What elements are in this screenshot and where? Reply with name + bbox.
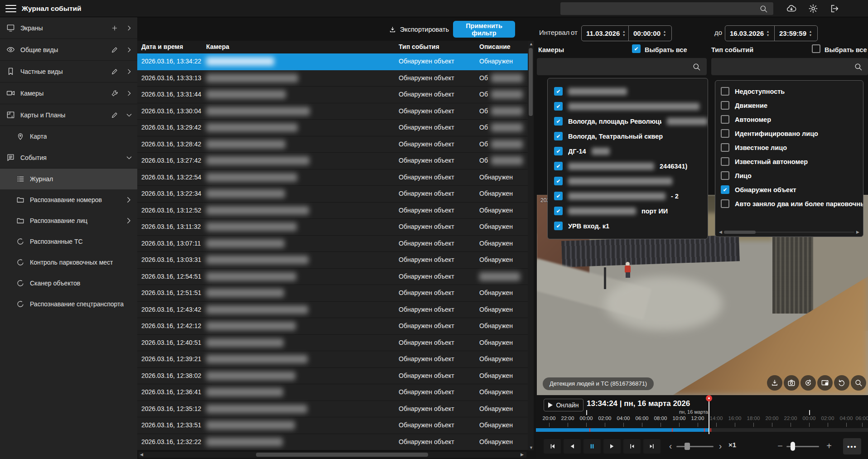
hamburger-menu-icon[interactable] [5, 5, 16, 12]
event-type-checkbox[interactable] [721, 199, 729, 208]
camera-list-item[interactable]: ДГ-14 [548, 144, 708, 159]
table-row[interactable]: 2026.03.16, 12:51:51Обнаружен объектОбна… [137, 285, 528, 302]
search-icon[interactable] [759, 5, 768, 13]
sidebar-item-журнал[interactable]: Журнал [0, 169, 137, 189]
sidebar-item-контроль-парковочных-мест[interactable]: Контроль парковочных мест [0, 252, 137, 273]
event-type-checkbox[interactable] [721, 185, 729, 194]
table-row[interactable]: 2026.03.16, 12:36:41Обнаружен объектОбна… [137, 384, 528, 401]
speed-slider-thumb[interactable] [685, 443, 690, 450]
event-type-checkbox[interactable] [721, 157, 729, 166]
chevron-right-icon[interactable] [125, 196, 133, 204]
screen-lock-icon[interactable] [817, 375, 833, 391]
scroll-right-icon[interactable]: ▶ [856, 230, 859, 234]
table-row[interactable]: 2026.03.16, 12:35:12Обнаружен объектОбна… [137, 401, 528, 418]
download-icon[interactable] [767, 375, 782, 391]
table-row[interactable]: 2026.03.16, 13:07:11Обнаружен объектОбна… [137, 236, 528, 252]
camera-list-item[interactable] [548, 174, 708, 188]
chevron-right-icon[interactable] [125, 217, 133, 225]
event-types-search-icon[interactable] [854, 63, 863, 71]
zoom-in-icon[interactable]: + [825, 439, 833, 454]
camera-checkbox[interactable] [554, 222, 563, 230]
chevron-right-icon[interactable] [125, 46, 133, 53]
camera-checkbox[interactable] [554, 132, 563, 140]
next-frame-button[interactable] [643, 439, 661, 454]
sidebar-item-карты-и-планы[interactable]: Карты и Планы [0, 104, 137, 126]
table-row[interactable]: 2026.03.16, 12:39:21Обнаружен объектОбна… [137, 351, 528, 368]
sidebar-item-распознавание-спецтранспорта[interactable]: Распознавание спецтранспорта [0, 294, 137, 314]
sidebar-item-сканер-объектов[interactable]: Сканер объектов [0, 273, 137, 294]
table-row[interactable]: 2026.03.16, 13:27:42Обнаружен объектОб [137, 153, 528, 169]
event-type-item[interactable]: Недоступность [715, 84, 863, 98]
column-header[interactable]: Камера [206, 43, 229, 50]
chevron-right-icon[interactable] [125, 68, 133, 75]
speed-slider[interactable] [676, 446, 714, 447]
table-row[interactable]: 2026.03.16, 12:32:22Обнаружен объектОбна… [137, 434, 528, 451]
sidebar-item-карта[interactable]: Карта [0, 126, 137, 147]
speed-decrease-icon[interactable]: ‹ [667, 439, 674, 454]
table-row[interactable]: 2026.03.16, 12:40:51Обнаружен объектОбна… [137, 335, 528, 352]
date-from-spinner[interactable]: ▴▾ [623, 30, 625, 37]
date-to-input[interactable]: 16.03.2026▴▾ [725, 25, 775, 41]
event-type-checkbox[interactable] [721, 87, 729, 96]
event-type-checkbox[interactable] [721, 129, 729, 138]
sidebar-item-экраны[interactable]: Экраны [0, 17, 137, 39]
event-types-select-all-checkbox[interactable] [812, 44, 820, 53]
sidebar-item-камеры[interactable]: Камеры [0, 82, 137, 104]
sidebar-item-распознанные-тс[interactable]: Распознанные ТС [0, 231, 137, 252]
sidebar-item-частные-виды[interactable]: Частные виды [0, 61, 137, 82]
scroll-right-icon[interactable]: ▶ [521, 453, 524, 457]
camera-checkbox[interactable] [554, 192, 563, 200]
cameras-search-icon[interactable] [692, 63, 701, 71]
camera-checkbox[interactable] [554, 207, 563, 215]
loop-icon[interactable] [834, 375, 849, 391]
recording-bar[interactable] [536, 428, 709, 432]
cameras-search-input[interactable] [537, 58, 707, 75]
camera-list-item[interactable]: УРВ вход. к1 [548, 218, 708, 233]
global-search-input[interactable] [560, 2, 773, 15]
event-types-horizontal-scrollbar[interactable]: ◀ ▶ [719, 230, 859, 234]
cameras-select-all-checkbox[interactable] [632, 44, 641, 53]
table-row[interactable]: 2026.03.16, 13:29:42Обнаружен объектОб [137, 120, 528, 136]
camera-checkbox[interactable] [554, 162, 563, 170]
scroll-down-icon[interactable]: ▼ [529, 446, 533, 450]
table-row[interactable]: 2026.03.16, 13:12:52Обнаружен объектОбна… [137, 203, 528, 219]
play-backward-button[interactable] [564, 439, 581, 454]
camera-list-item[interactable] [548, 99, 708, 114]
speed-increase-icon[interactable]: › [717, 439, 724, 454]
time-from-input[interactable]: 00:00:00▴▾ [628, 25, 672, 41]
event-type-item[interactable]: Авто заняло два или более парковочных [715, 197, 863, 211]
online-button[interactable]: Онлайн [544, 399, 583, 411]
event-type-item[interactable]: Идентифицировано лицо [715, 126, 863, 140]
event-types-search-input[interactable] [711, 58, 868, 75]
timeline-cursor-handle[interactable] [706, 395, 712, 401]
camera-list-item[interactable] [548, 84, 708, 99]
snapshot-icon[interactable] [784, 375, 799, 391]
table-row[interactable]: 2026.03.16, 12:54:51Обнаружен объект [137, 269, 528, 285]
apply-filter-button[interactable]: Применить фильтр [453, 21, 515, 38]
table-row[interactable]: 2026.03.16, 13:34:22Обнаружен объектОбна… [137, 53, 528, 70]
empty-bar[interactable] [709, 428, 868, 432]
sidebar-item-общие-виды[interactable]: Общие виды [0, 39, 137, 61]
pencil-icon[interactable] [111, 68, 118, 75]
sidebar-item-распознавание-лиц[interactable]: Распознавание лиц [0, 210, 137, 231]
date-to-spinner[interactable]: ▴▾ [767, 30, 769, 37]
zoom-out-icon[interactable]: − [776, 439, 784, 454]
camera-checkbox[interactable] [554, 87, 563, 96]
pause-button[interactable] [583, 439, 601, 454]
table-row[interactable]: 2026.03.16, 13:22:54Обнаружен объектОбна… [137, 169, 528, 186]
wrench-icon[interactable] [111, 90, 118, 97]
event-type-item[interactable]: Движение [715, 98, 863, 112]
column-header[interactable]: Описание [479, 43, 511, 50]
zoom-icon[interactable] [851, 375, 866, 391]
chevron-down-icon[interactable] [125, 154, 133, 161]
event-type-item[interactable]: Известный автономер [715, 155, 863, 169]
play-forward-button[interactable] [603, 439, 621, 454]
table-row[interactable]: 2026.03.16, 12:42:12Обнаружен объектОбна… [137, 318, 528, 335]
column-header[interactable]: Тип события [399, 43, 439, 50]
date-from-input[interactable]: 11.03.2026▴▾ [581, 25, 629, 41]
prev-event-button[interactable] [544, 439, 561, 454]
chevron-right-icon[interactable] [125, 90, 133, 97]
camera-checkbox[interactable] [554, 177, 563, 185]
timeline-zoom-thumb[interactable] [791, 442, 795, 451]
event-type-checkbox[interactable] [721, 101, 729, 110]
